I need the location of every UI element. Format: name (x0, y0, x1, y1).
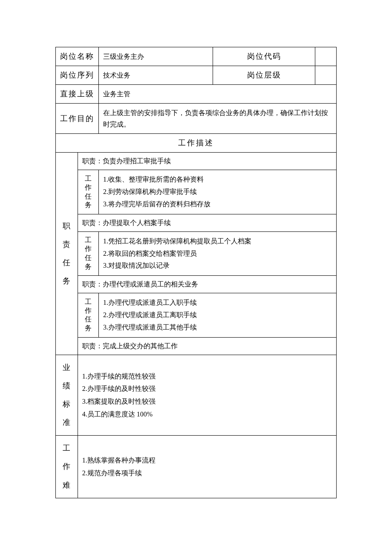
task-item: 2.到劳动保障机构办理审批手续 (103, 186, 332, 198)
direct-superior-value: 业务主管 (99, 85, 337, 104)
performance-standards: 1.办理手续的规范性较强 2.办理手续的及时性较强 3.档案提取的及时性较强 4… (78, 355, 336, 436)
duty-title-1: 职责：负责办理招工审批手续 (78, 153, 336, 170)
duty-title-3: 职责：办理代理或派遣员工的相关业务 (78, 276, 336, 293)
duty-title-2: 职责：办理提取个人档案手续 (78, 214, 336, 231)
position-level-value (315, 66, 337, 85)
task-label-2: 工作任务 (78, 231, 98, 275)
task-label-3: 工作任务 (78, 293, 98, 337)
work-purpose-label: 工作目的 (56, 104, 99, 134)
work-description-header: 工作描述 (56, 134, 337, 153)
performance-item: 4.员工的满意度达 100% (82, 408, 332, 421)
position-name-label: 岗位名称 (56, 47, 99, 66)
duty-tasks-2: 1.凭招工花名册到劳动保障机构提取员工个人档案 2.将取回的档案交给档案管理员 … (99, 231, 337, 275)
task-item: 2.将取回的档案交给档案管理员 (103, 248, 332, 260)
duty-tasks-1: 1.收集、整理审批所需的各种资料 2.到劳动保障机构办理审批手续 3.将办理完毕… (99, 170, 337, 214)
work-difficulties: 1.熟练掌握各种办事流程 2.规范办理各项手续 (78, 436, 336, 498)
task-label-1: 工作任务 (78, 170, 98, 214)
difficulty-side-label: 工作难 (56, 436, 78, 498)
task-item: 1.收集、整理审批所需的各种资料 (103, 173, 332, 186)
duties-tasks-side-label: 职责任务 (56, 153, 78, 355)
task-item: 2.办理代理或派遣员工离职手续 (103, 309, 332, 321)
duty-title-4: 职责：完成上级交办的其他工作 (78, 337, 336, 355)
performance-item: 2.办理手续的及时性较强 (82, 382, 332, 395)
task-item: 1.凭招工花名册到劳动保障机构提取员工个人档案 (103, 235, 332, 248)
duty-tasks-3: 1.办理代理或派遣员工入职手续 2.办理代理或派遣员工离职手续 3.办理代理或派… (99, 293, 337, 337)
job-description-table: 岗位名称 三级业务主办 岗位代码 岗位序列 技术业务 岗位层级 直接上级 业务主… (55, 47, 337, 498)
task-item: 1.办理代理或派遣员工入职手续 (103, 297, 332, 309)
task-item: 3.将办理完毕后留存的资料归档存放 (103, 198, 332, 211)
task-item: 3.对提取情况加以记录 (103, 260, 332, 272)
position-series-value: 技术业务 (99, 66, 213, 85)
position-level-label: 岗位层级 (213, 66, 315, 85)
position-code-value (315, 47, 337, 66)
performance-item: 3.档案提取的及时性较强 (82, 395, 332, 408)
task-item: 3.办理代理或派遣员工其他手续 (103, 321, 332, 334)
position-name-value: 三级业务主办 (99, 47, 213, 66)
difficulty-item: 2.规范办理各项手续 (82, 467, 332, 480)
difficulty-item: 1.熟练掌握各种办事流程 (82, 454, 332, 467)
performance-side-label: 业绩标准 (56, 355, 78, 436)
performance-item: 1.办理手续的规范性较强 (82, 370, 332, 383)
work-purpose-value: 在上级主管的安排指导下，负责各项综合业务的具体办理，确保工作计划按时完成。 (99, 104, 337, 134)
direct-superior-label: 直接上级 (56, 85, 99, 104)
position-series-label: 岗位序列 (56, 66, 99, 85)
position-code-label: 岗位代码 (213, 47, 315, 66)
